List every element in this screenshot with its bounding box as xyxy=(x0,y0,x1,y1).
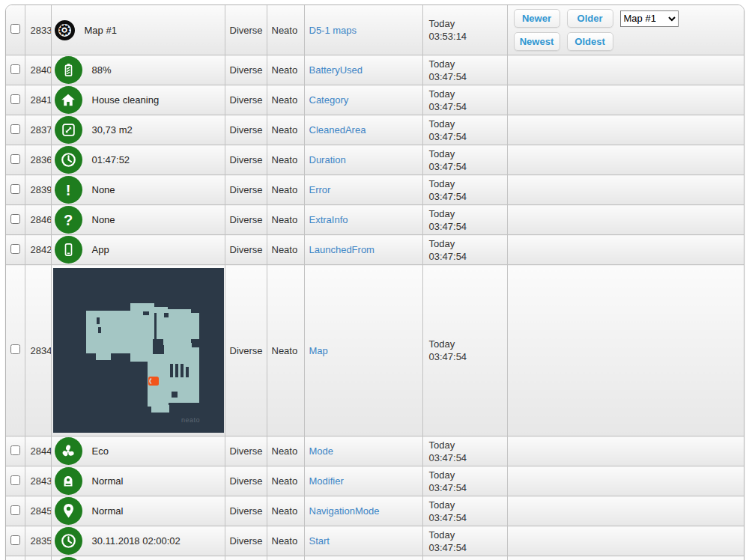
actions-cell xyxy=(507,175,744,205)
row-checkbox[interactable] xyxy=(10,445,20,455)
row-checkbox[interactable] xyxy=(10,124,20,134)
last-seen-day: Today xyxy=(429,207,503,220)
table-row: 2843 NormalDiverseNeatoModifierToday03:4… xyxy=(6,466,744,496)
device-name-link[interactable]: CleanedArea xyxy=(304,115,422,145)
table-row: 2845 NormalDiverseNeatoNavigationModeTod… xyxy=(6,496,744,526)
device-hardware: Neato xyxy=(267,145,304,175)
device-value: App xyxy=(92,244,109,255)
select-cell xyxy=(6,265,25,436)
newer-button[interactable]: Newer xyxy=(514,9,560,28)
row-checkbox[interactable] xyxy=(10,505,20,515)
row-checkbox[interactable] xyxy=(10,244,20,254)
status-cell: 30.11.2018 02:00:02 xyxy=(51,526,225,556)
last-seen: Today03:47:54 xyxy=(422,496,507,526)
last-seen-time: 03:53:14 xyxy=(429,30,503,43)
select-cell xyxy=(6,145,25,175)
device-name-link[interactable]: Category xyxy=(304,85,422,115)
device-name-link[interactable]: NavigationMode xyxy=(304,496,422,526)
map-image[interactable]: neato xyxy=(53,268,224,433)
device-value: 88% xyxy=(92,64,112,76)
device-hardware: Neato xyxy=(267,5,304,55)
actions-cell xyxy=(507,556,744,560)
status-wrap: Eco xyxy=(53,437,222,465)
select-cell xyxy=(6,496,25,526)
device-type: Diverse xyxy=(225,265,267,436)
last-seen-day: Today xyxy=(429,529,503,541)
status-wrap: ⚙Map #1 xyxy=(53,20,222,40)
status-cell: ?None xyxy=(51,205,225,235)
last-seen-time: 03:47:54 xyxy=(429,511,503,524)
question-icon: ? xyxy=(55,206,82,234)
status-wrap: 88% xyxy=(53,56,222,84)
last-seen: Today03:47:54 xyxy=(422,115,507,145)
device-idx: 2842 xyxy=(25,235,51,265)
map-select[interactable]: Map #1 xyxy=(620,10,679,27)
fan-icon xyxy=(55,437,82,465)
device-hardware: Neato xyxy=(267,466,304,496)
device-value: None xyxy=(92,214,115,225)
select-cell xyxy=(6,85,25,115)
clock-icon xyxy=(55,146,82,174)
exclamation-icon: ! xyxy=(55,176,82,204)
device-type: Diverse xyxy=(225,526,267,556)
table-row: 2844 EcoDiverseNeatoModeToday03:47:54 xyxy=(6,436,744,466)
device-value: Normal xyxy=(92,475,124,487)
device-name-link[interactable]: Start xyxy=(304,526,422,556)
status-cell: 01:47:52 xyxy=(51,145,225,175)
device-value: None xyxy=(92,184,115,195)
row-checkbox[interactable] xyxy=(10,94,20,104)
last-seen: Today03:53:14 xyxy=(422,5,507,55)
last-seen-time: 03:47:54 xyxy=(429,100,503,113)
device-name-link[interactable]: LaunchedFrom xyxy=(304,235,422,265)
device-table: 2833⚙Map #1DiverseNeatoD5-1 mapsToday03:… xyxy=(6,5,744,560)
select-cell xyxy=(6,115,25,145)
row-checkbox[interactable] xyxy=(10,154,20,164)
row-checkbox[interactable] xyxy=(10,475,20,485)
row-checkbox[interactable] xyxy=(10,24,20,34)
device-idx: 2846 xyxy=(25,205,51,235)
status-wrap: Normal xyxy=(53,467,222,495)
device-type: Diverse xyxy=(225,175,267,205)
device-name-link[interactable]: BatteryUsed xyxy=(304,55,422,85)
last-seen-day: Today xyxy=(429,439,503,451)
device-hardware: Neato xyxy=(267,85,304,115)
select-cell xyxy=(6,466,25,496)
device-name-link[interactable]: Modifier xyxy=(304,466,422,496)
device-hardware: Neato xyxy=(267,526,304,556)
device-name-link[interactable]: ExtraInfo xyxy=(304,205,422,235)
status-cell: 30,73 m2 xyxy=(51,115,225,145)
device-idx: 2838 xyxy=(25,556,51,560)
last-seen-time: 03:47:54 xyxy=(429,541,503,554)
select-cell xyxy=(6,205,25,235)
device-name-link[interactable]: Mode xyxy=(304,436,422,466)
last-seen: Today03:47:54 xyxy=(422,205,507,235)
row-checkbox[interactable] xyxy=(10,184,20,194)
row-checkbox[interactable] xyxy=(10,344,20,354)
older-button[interactable]: Older xyxy=(567,9,613,28)
device-type: Diverse xyxy=(225,145,267,175)
last-seen-day: Today xyxy=(429,177,503,190)
actions-cell xyxy=(507,526,744,556)
device-type: Diverse xyxy=(225,436,267,466)
last-seen-day: Today xyxy=(429,147,503,160)
device-name-link[interactable]: Status xyxy=(304,556,422,560)
newest-button[interactable]: Newest xyxy=(514,32,560,51)
device-value: 01:47:52 xyxy=(92,154,130,165)
row-checkbox[interactable] xyxy=(10,64,20,74)
last-seen-day: Today xyxy=(429,88,503,100)
select-cell xyxy=(6,526,25,556)
oldest-button[interactable]: Oldest xyxy=(567,32,613,51)
select-cell xyxy=(6,556,25,560)
device-name-link[interactable]: Error xyxy=(304,175,422,205)
table-row: 2840 88%DiverseNeatoBatteryUsedToday03:4… xyxy=(6,55,744,85)
device-name-link[interactable]: Map xyxy=(304,265,422,436)
row-checkbox[interactable] xyxy=(10,535,20,545)
last-seen-time: 03:47:54 xyxy=(429,70,503,83)
actions-cell: NewerOlderMap #1NewestOldest xyxy=(507,5,744,55)
device-name-link[interactable]: D5-1 maps xyxy=(304,5,422,55)
device-hardware: Neato xyxy=(267,115,304,145)
status-wrap: App xyxy=(53,236,222,264)
row-checkbox[interactable] xyxy=(10,214,20,224)
device-name-link[interactable]: Duration xyxy=(304,145,422,175)
device-value: Eco xyxy=(92,445,109,457)
